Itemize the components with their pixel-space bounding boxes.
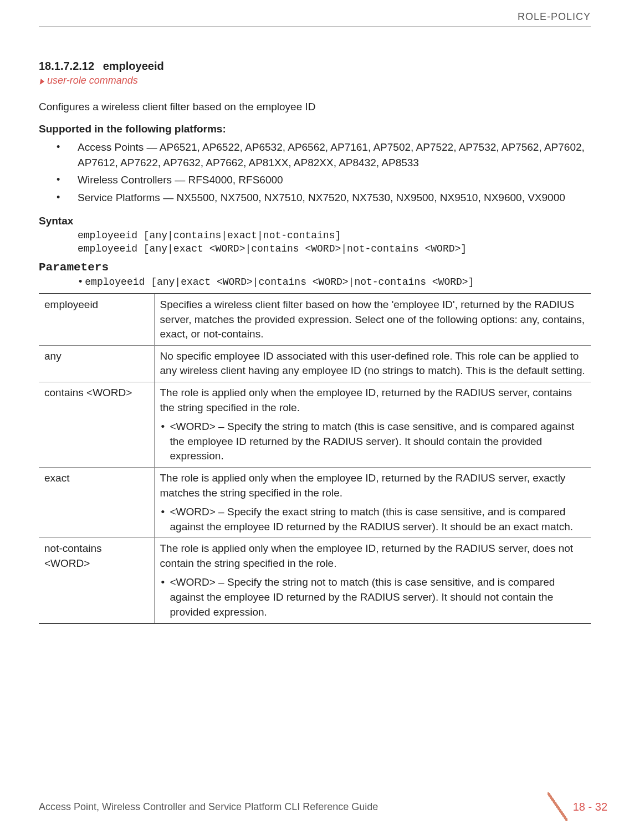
section-number: 18.1.7.2.12 [39,60,94,72]
syntax-heading: Syntax [39,215,591,227]
footer-text: Access Point, Wireless Controller and Se… [39,801,378,813]
param-name: exact [39,467,154,537]
table-row: any No specific employee ID associated w… [39,345,591,382]
section-title: employeeid [103,60,164,72]
param-sub: <WORD> – Specify the exact string to mat… [160,505,586,534]
param-desc: No specific employee ID associated with … [154,345,591,382]
intro-text: Configures a wireless client filter base… [39,101,591,113]
param-sub: <WORD> – Specify the string not to match… [160,575,586,619]
crossref-text: user-role commands [47,75,138,86]
param-desc: Specifies a wireless client filter based… [154,294,591,345]
syntax-code: employeeid [any|contains|exact|not-conta… [78,229,591,255]
table-row: not-contains <WORD> The role is applied … [39,538,591,623]
header-category: ROLE-POLICY [39,11,591,27]
section-heading: 18.1.7.2.12 employeeid [39,60,591,73]
table-row: exact The role is applied only when the … [39,467,591,537]
platform-list: Access Points — AP6521, AP6522, AP6532, … [39,140,591,205]
parameters-bullet: employeeid [any|exact <WORD>|contains <W… [79,276,591,288]
page-number: 18 - 32 [573,801,607,813]
param-name: contains <WORD> [39,382,154,467]
param-desc: The role is applied only when the employ… [154,382,591,467]
platform-item: Access Points — AP6521, AP6522, AP6532, … [57,140,591,170]
parameters-table: employeeid Specifies a wireless client f… [39,293,591,624]
param-name: employeeid [39,294,154,345]
platforms-heading: Supported in the following platforms: [39,123,591,135]
table-row: contains <WORD> The role is applied only… [39,382,591,467]
crossref-link[interactable]: ▶ user-role commands [39,75,591,86]
page-footer: Access Point, Wireless Controller and Se… [39,792,607,821]
arrow-icon: ▶ [40,76,44,85]
param-sub: <WORD> – Specify the string to match (th… [160,419,586,464]
platform-item: Wireless Controllers — RFS4000, RFS6000 [57,172,591,188]
table-row: employeeid Specifies a wireless client f… [39,294,591,345]
param-desc: The role is applied only when the employ… [154,467,591,537]
platform-item: Service Platforms — NX5500, NX7500, NX75… [57,190,591,206]
param-name: any [39,345,154,382]
param-name: not-contains <WORD> [39,538,154,623]
page-number-box: 18 - 32 [548,792,607,821]
slash-icon [548,792,567,821]
parameters-heading: Parameters [39,261,591,274]
param-desc: The role is applied only when the employ… [154,538,591,623]
